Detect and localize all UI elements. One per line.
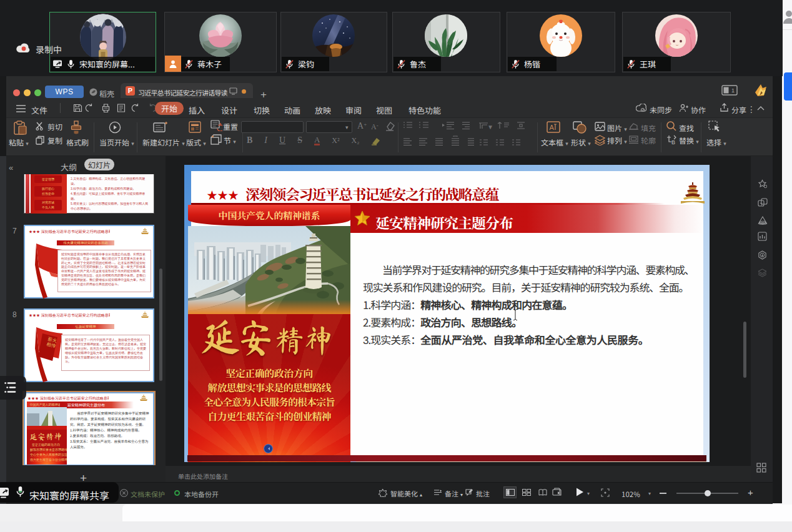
svg-text:坚定正确的政治方向: 坚定正确的政治方向 xyxy=(32,442,60,447)
svg-text:延安精神: 延安精神 xyxy=(29,433,62,441)
svg-text:解放思想实事求是思想路线: 解放思想实事求是思想路线 xyxy=(30,447,67,452)
svg-text:▾: ▾ xyxy=(489,123,492,130)
svg-text:A: A xyxy=(550,124,555,131)
svg-text:全心全意为人民服务的宗旨: 全心全意为人民服务的宗旨 xyxy=(30,452,67,457)
svg-text:1: 1 xyxy=(731,87,735,94)
svg-text:B: B xyxy=(671,139,675,145)
svg-text:自力更生艰苦奋斗创业精神: 自力更生艰苦奋斗创业精神 xyxy=(30,457,67,462)
